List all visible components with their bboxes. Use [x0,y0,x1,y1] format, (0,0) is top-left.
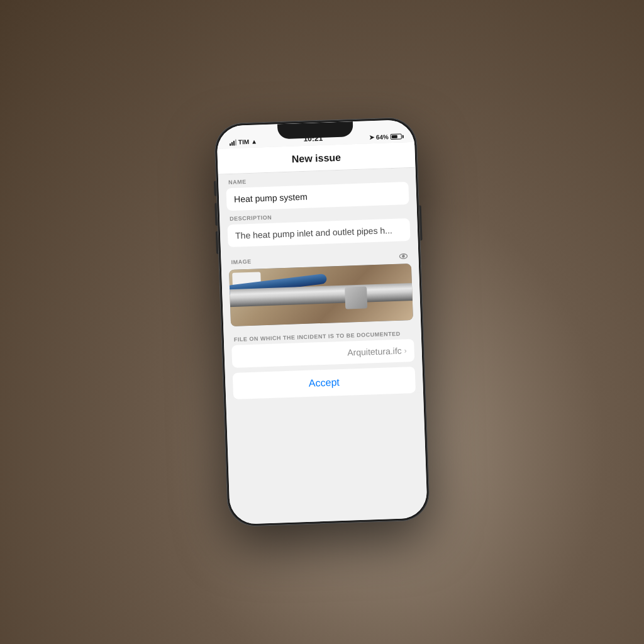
accept-button[interactable]: Accept [233,367,416,399]
status-right: ➤ 64% [369,133,402,141]
form-area: NAME Heat pump system DESCRIPTION The he… [218,168,423,400]
battery-icon [391,133,402,140]
status-left: TIM ▲ [230,138,257,146]
carrier-label: TIM [238,138,250,146]
description-section: DESCRIPTION The heat pump inlet and outl… [219,204,418,248]
image-section: IMAGE [221,246,421,327]
name-section: NAME Heat pump system [218,168,417,211]
accept-section: Accept [233,367,416,399]
chevron-right-icon: › [404,346,406,355]
wifi-icon: ▲ [251,138,257,145]
phone-wrapper: TIM ▲ 10:21 ➤ 64% New issue [214,118,430,527]
file-name-label: Arquitetura.ifc [347,346,402,358]
file-section: FILE ON WHICH THE INCIDENT IS TO BE DOCU… [223,325,422,369]
page-title: New issue [218,150,415,168]
mute-button [214,181,216,196]
eye-icon[interactable] [398,251,409,262]
signal-icon [230,139,236,145]
svg-point-1 [402,255,404,257]
volume-up-button [214,203,217,226]
image-label: IMAGE [231,258,251,265]
pipe-connector [345,287,367,309]
phone-screen: TIM ▲ 10:21 ➤ 64% New issue [216,119,428,525]
phone-device: TIM ▲ 10:21 ➤ 64% New issue [214,118,430,527]
pipe-image-container[interactable] [229,264,413,326]
battery-fill [392,135,397,138]
battery-percent-label: 64% [376,133,389,141]
accept-label: Accept [309,377,340,389]
pipe-image [229,264,413,326]
location-icon: ➤ [369,134,374,141]
notch [277,121,353,139]
screen-content: New issue NAME Heat pump system DESCRIPT… [217,142,428,525]
volume-down-button [216,231,218,254]
